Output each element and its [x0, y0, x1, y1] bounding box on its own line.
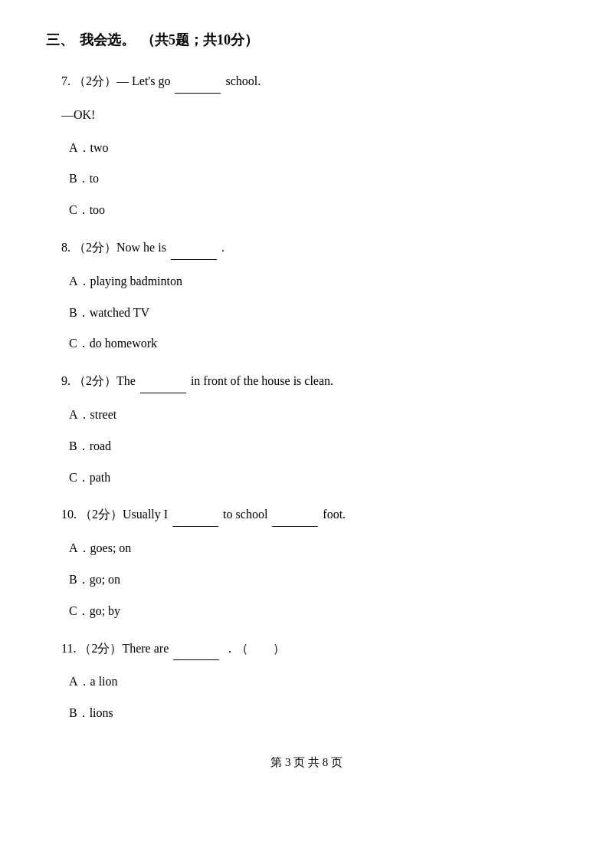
q10-text-after: foot. [323, 508, 346, 521]
q10-option-a: A．goes; on [61, 538, 567, 560]
q8-blank [171, 237, 217, 260]
q8-option-c: C．do homework [61, 333, 567, 355]
q7-option-a: A．two [61, 137, 567, 159]
q10-option-c: C．go; by [61, 600, 567, 623]
q10-score: （2分）Usually I [80, 508, 171, 521]
question-9-text: 9. （2分）The in front of the house is clea… [61, 370, 567, 393]
q10-blank1 [172, 504, 218, 527]
question-10: 10. （2分）Usually I to school foot. A．goes… [46, 504, 567, 622]
q10-option-b: B．go; on [61, 569, 567, 591]
question-7-text: 7. （2分）— Let's go school. [61, 71, 567, 94]
q8-option-a: A．playing badminton [61, 271, 567, 293]
question-11-text: 11. （2分）There are ．（ ） [61, 638, 567, 661]
q8-number: 8. [61, 241, 70, 254]
q7-score: （2分）— Let's go [74, 74, 170, 87]
question-7: 7. （2分）— Let's go school. —OK! A．two B．t… [46, 71, 567, 222]
section-subtitle: （共5题；共10分） [141, 31, 258, 49]
q7-option-b: B．to [61, 168, 567, 190]
q9-number: 9. [61, 374, 70, 387]
q11-score: （2分）There are [79, 642, 172, 655]
q11-text-after: ．（ ） [224, 642, 285, 655]
question-8: 8. （2分）Now he is . A．playing badminton B… [46, 237, 567, 355]
section-number: 三、 [46, 31, 74, 49]
question-10-text: 10. （2分）Usually I to school foot. [61, 504, 567, 527]
section-title: 我会选。 [80, 31, 135, 49]
q11-blank [173, 638, 219, 661]
q9-option-c: C．path [61, 467, 567, 489]
q11-option-b: B．lions [61, 702, 567, 725]
question-9: 9. （2分）The in front of the house is clea… [46, 370, 567, 488]
q7-number: 7. [61, 74, 70, 87]
q8-text-after: . [221, 241, 225, 254]
question-8-text: 8. （2分）Now he is . [61, 237, 567, 260]
page-footer: 第 3 页 共 8 页 [46, 755, 567, 770]
q9-blank [140, 370, 186, 393]
q11-number: 11. [61, 642, 76, 655]
question-11: 11. （2分）There are ．（ ） A．a lion B．lions [46, 638, 567, 725]
q9-text-after: in front of the house is clean. [191, 374, 333, 387]
q7-option-c: C．too [61, 199, 567, 222]
q9-option-a: A．street [61, 404, 567, 426]
q9-score: （2分）The [74, 374, 139, 387]
q9-option-b: B．road [61, 436, 567, 458]
page-number: 第 3 页 共 8 页 [270, 756, 343, 768]
q7-text-after: school. [225, 74, 261, 87]
q11-option-a: A．a lion [61, 671, 567, 693]
q7-extra: —OK! [61, 104, 567, 127]
section-header: 三、 我会选。 （共5题；共10分） [46, 31, 567, 49]
q10-blank2 [272, 504, 318, 527]
q7-blank [175, 71, 221, 94]
q10-number: 10. [61, 508, 77, 521]
q8-option-b: B．watched TV [61, 302, 567, 324]
q8-score: （2分）Now he is [74, 241, 169, 254]
